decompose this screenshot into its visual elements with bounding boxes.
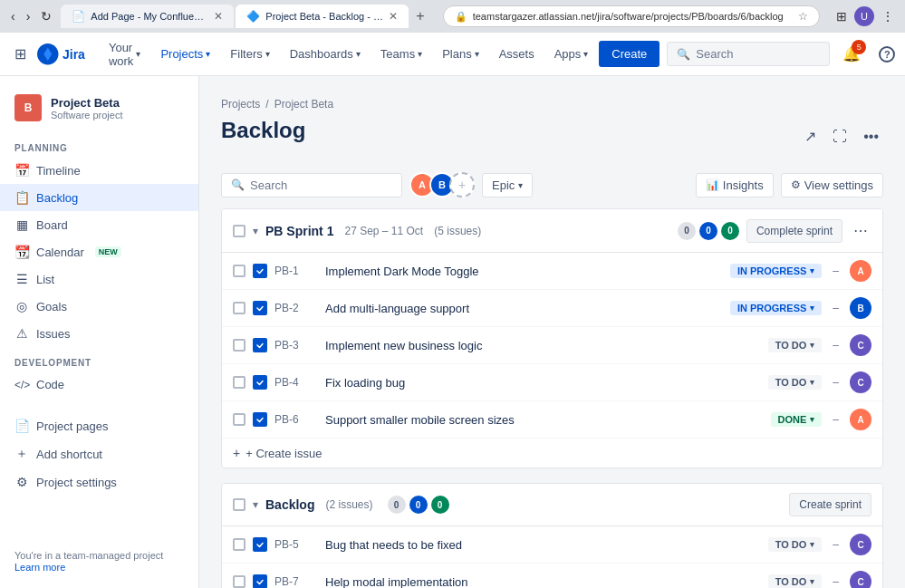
sprint-more-button[interactable]: ⋯ [850, 218, 871, 243]
confluence-tab-close[interactable]: ✕ [214, 10, 223, 23]
table-row[interactable]: PB-3 Implement new business logic TO DO … [222, 327, 882, 364]
page-title-actions: ↗ ⛶ ••• [800, 123, 883, 149]
issue-status-pb5[interactable]: TO DO ▾ [768, 537, 823, 552]
sidebar-item-calendar[interactable]: 📆 Calendar NEW [0, 238, 198, 265]
issue-status-pb4[interactable]: TO DO ▾ [768, 375, 823, 390]
issue-status-pb6[interactable]: DONE ▾ [771, 412, 823, 427]
sidebar-item-project-settings[interactable]: ⚙ Project settings [0, 468, 198, 496]
sprint-title: PB Sprint 1 [265, 224, 333, 238]
top-nav: ⊞ Jira Your work ▾ Projects ▾ Filters ▾ … [0, 33, 905, 76]
goals-icon: ◎ [14, 299, 29, 313]
planning-section-label: PLANNING [0, 132, 198, 157]
fullscreen-button[interactable]: ⛶ [828, 124, 852, 149]
nav-filters[interactable]: Filters ▾ [221, 42, 278, 66]
table-row[interactable]: PB-1 Implement Dark Mode Toggle IN PROGR… [222, 253, 882, 290]
nav-assets[interactable]: Assets [490, 42, 544, 66]
backlog-checkbox[interactable] [233, 498, 246, 511]
sidebar-item-issues[interactable]: ⚠ Issues [0, 320, 198, 347]
sidebar-item-add-shortcut[interactable]: ＋ Add shortcut [0, 439, 198, 468]
extensions-button[interactable]: ⊞ [833, 5, 851, 27]
backlog-title: Backlog [265, 497, 314, 512]
complete-sprint-button[interactable]: Complete sprint [746, 219, 842, 243]
sidebar-item-goals[interactable]: ◎ Goals [0, 293, 198, 320]
jira-tab-close[interactable]: ✕ [389, 10, 398, 23]
lock-icon: 🔒 [455, 11, 467, 23]
jira-logo[interactable]: Jira [37, 43, 85, 65]
sprint-create-issue-row[interactable]: + + Create issue [222, 439, 882, 468]
nav-plans[interactable]: Plans ▾ [433, 42, 488, 66]
back-button[interactable]: ‹ [7, 5, 19, 27]
star-icon[interactable]: ☆ [798, 10, 808, 23]
create-sprint-button[interactable]: Create sprint [789, 493, 871, 516]
issue-status-pb1[interactable]: IN PROGRESS ▾ [730, 264, 822, 278]
filter-search[interactable]: 🔍 Search [221, 173, 402, 198]
issue-dash-pb5: – [833, 538, 839, 551]
sprint-expand-icon[interactable]: ▾ [253, 225, 258, 237]
table-row[interactable]: PB-5 Bug that needs to be fixed TO DO ▾ … [222, 526, 882, 564]
issue-checkbox-pb6[interactable] [233, 413, 246, 426]
confluence-browser-tab[interactable]: 📄 Add Page - My Confluence P... ✕ [61, 5, 234, 28]
breadcrumb-project[interactable]: Project Beta [274, 98, 333, 111]
sprint-badges: 0 0 0 [678, 222, 739, 240]
view-settings-button[interactable]: ⚙ View settings [781, 173, 883, 198]
nav-apps[interactable]: Apps ▾ [545, 42, 598, 66]
project-header[interactable]: B Project Beta Software project [0, 87, 198, 132]
nav-projects[interactable]: Projects ▾ [151, 42, 219, 66]
sidebar-item-board[interactable]: ▦ Board [0, 211, 198, 238]
jira-browser-tab[interactable]: 🔷 Project Beta - Backlog - Jira ✕ [236, 5, 409, 28]
issue-status-pb3[interactable]: TO DO ▾ [768, 338, 823, 352]
nav-your-work[interactable]: Your work ▾ [100, 35, 149, 73]
browser-more-button[interactable]: ⋮ [878, 5, 898, 27]
issue-checkbox-pb2[interactable] [233, 302, 246, 314]
sidebar: B Project Beta Software project PLANNING… [0, 76, 199, 588]
address-bar[interactable]: 🔒 teamstargazer.atlassian.net/jira/softw… [443, 5, 820, 27]
issue-checkbox-pb7[interactable] [233, 575, 246, 588]
issue-status-pb7[interactable]: TO DO ▾ [768, 574, 823, 588]
sidebar-item-list[interactable]: ☰ List [0, 265, 198, 293]
learn-more-link[interactable]: Learn more [14, 562, 65, 573]
reload-button[interactable]: ↻ [37, 5, 55, 27]
backlog-expand-icon[interactable]: ▾ [253, 498, 258, 511]
backlog-header: ▾ Backlog (2 issues) 0 0 0 Create sprint [222, 484, 882, 526]
insights-icon: 📊 [706, 178, 719, 191]
help-icon: ? [879, 46, 895, 63]
sidebar-item-backlog[interactable]: 📋 Backlog [0, 184, 198, 211]
profile-button[interactable]: U [854, 6, 874, 26]
issue-status-pb2[interactable]: IN PROGRESS ▾ [730, 301, 822, 315]
issue-checkbox-pb1[interactable] [233, 265, 246, 277]
nav-dashboards[interactable]: Dashboards ▾ [281, 42, 370, 66]
grid-icon[interactable]: ⊞ [11, 42, 30, 66]
issue-id-pb1: PB-1 [274, 265, 318, 277]
insights-button[interactable]: 📊 Insights [696, 173, 774, 198]
sidebar-item-code[interactable]: </> Code [0, 371, 198, 398]
main-layout: B Project Beta Software project PLANNING… [0, 76, 905, 588]
issue-checkbox-pb3[interactable] [233, 339, 246, 352]
board-icon: ▦ [14, 217, 29, 232]
issue-checkbox-pb4[interactable] [233, 376, 246, 389]
help-button[interactable]: ? [873, 41, 900, 68]
more-actions-button[interactable]: ••• [859, 124, 883, 149]
issue-title-pb7: Help modal implementation [325, 575, 761, 589]
share-button[interactable]: ↗ [800, 123, 821, 149]
notifications-button[interactable]: 🔔 5 [837, 40, 866, 68]
forward-button[interactable]: › [23, 5, 34, 27]
more-icon: ••• [863, 129, 879, 144]
table-row[interactable]: PB-7 Help modal implementation TO DO ▾ –… [222, 564, 882, 588]
sidebar-item-project-pages[interactable]: 📄 Project pages [0, 412, 198, 439]
new-tab-button[interactable]: + [410, 5, 429, 28]
sidebar-item-timeline[interactable]: 📅 Timeline [0, 157, 198, 184]
sprint-checkbox[interactable] [233, 225, 246, 237]
table-row[interactable]: PB-2 Add multi-language support IN PROGR… [222, 290, 882, 327]
backlog-issue-count: (2 issues) [325, 498, 372, 511]
code-icon: </> [14, 379, 29, 391]
epic-filter-button[interactable]: Epic ▾ [482, 173, 533, 198]
issue-checkbox-pb5[interactable] [233, 538, 246, 551]
breadcrumb-projects[interactable]: Projects [221, 98, 260, 111]
table-row[interactable]: PB-4 Fix loading bug TO DO ▾ – C [222, 364, 882, 401]
add-assignee-button[interactable]: + [449, 172, 475, 198]
issue-type-icon-pb6 [253, 412, 267, 427]
table-row[interactable]: PB-6 Support smaller mobile screen sizes… [222, 401, 882, 439]
create-button[interactable]: Create [599, 41, 659, 67]
nav-teams[interactable]: Teams ▾ [371, 42, 431, 66]
nav-search[interactable]: 🔍 Search [667, 42, 830, 66]
